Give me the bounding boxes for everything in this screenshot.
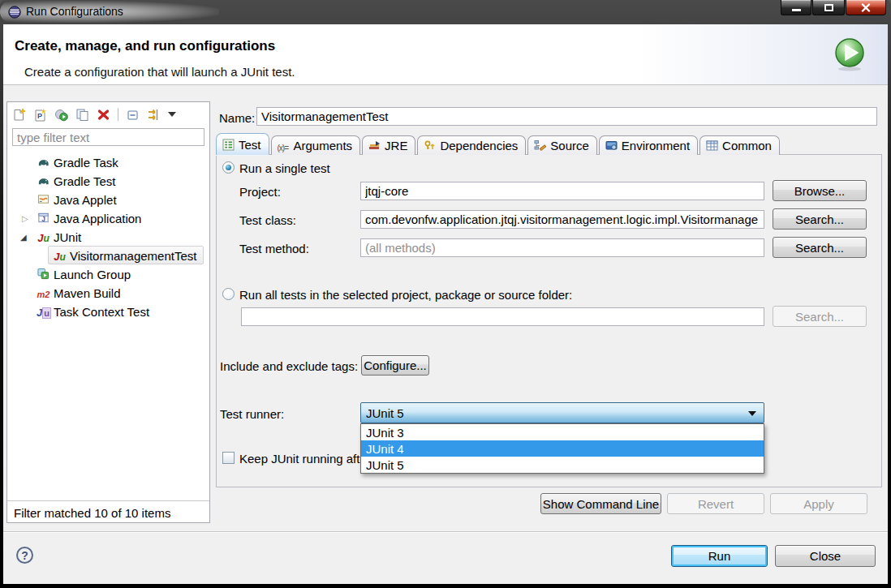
name-input[interactable] [256,107,877,126]
dropdown-option-junit3[interactable]: JUnit 3 [361,424,764,440]
combo-selected-value: JUnit 5 [361,406,404,420]
tab-dependencies[interactable]: Dependencies [417,135,526,155]
titlebar[interactable]: Run Configurations [0,0,891,24]
delete-x-icon[interactable] [97,108,110,122]
maven-icon [37,286,50,299]
collapse-arrow-icon[interactable] [20,233,30,242]
button-label: Revert [698,497,734,511]
tab-label: JRE [385,139,407,152]
help-icon[interactable]: ? [16,547,33,564]
test-class-input[interactable] [360,210,764,229]
browse-button[interactable]: Browse... [773,180,867,201]
test-runner-combo[interactable]: JUnit 5 [360,402,764,423]
tree-item-gradle-test[interactable]: Gradle Test [7,172,209,190]
run-all-input[interactable] [241,307,764,326]
keep-junit-checkbox[interactable] [222,452,235,464]
tags-label: Include and exclude tags: [220,359,358,373]
common-table-icon [706,139,718,152]
tab-test[interactable]: Test [216,133,269,155]
filter-status-text: Filter matched 10 of 10 items [14,506,170,520]
search-folder-button[interactable]: Search... [773,306,867,327]
eclipse-icon [8,6,21,19]
config-tree: Gradle Task Gradle Test Java Applet J Ja… [7,151,209,498]
name-label: Name: [219,111,255,125]
tab-common[interactable]: Common [699,135,780,155]
tab-arguments[interactable]: Arguments [271,135,361,155]
tab-label: Test [239,138,261,152]
sidebar: P [6,101,210,523]
run-single-test-radio[interactable] [222,161,235,174]
maximize-button[interactable] [812,0,845,15]
tab-source[interactable]: Source [527,135,597,155]
tab-environment[interactable]: Environment [599,135,698,155]
revert-button[interactable]: Revert [667,493,764,514]
collapse-all-icon[interactable] [126,108,140,122]
junit-icon [53,249,67,262]
launch-group-icon [37,268,50,281]
tree-item-junit[interactable]: JUnit [7,228,209,246]
tree-item-java-application[interactable]: J Java Application [7,209,209,227]
test-method-input[interactable] [360,238,764,257]
apply-button[interactable]: Apply [770,493,867,514]
minimize-button[interactable] [781,0,811,15]
search-class-button[interactable]: Search... [773,208,867,230]
tree-item-visitormanagementtest[interactable]: VisitormanagementTest [7,247,209,264]
test-runner-label: Test runner: [220,407,284,421]
tab-label: Environment [622,139,690,152]
run-all-tests-label: Run all tests in the selected project, p… [239,288,572,302]
tree-item-maven-build[interactable]: Maven Build [7,284,209,302]
window-title: Run Configurations [26,5,123,18]
source-tree-pencil-icon [534,139,546,152]
close-x-icon [861,3,871,12]
maximize-icon [824,4,833,11]
dropdown-option-junit4[interactable]: JUnit 4 [361,440,764,457]
tree-item-task-context-test[interactable]: Task Context Test [7,303,209,320]
tree-item-gradle-task[interactable]: Gradle Task [7,153,209,171]
button-label: Close [810,549,841,563]
gradle-icon [37,174,50,187]
junit-icon [37,230,50,243]
banner: Create, manage, and run configurations C… [3,24,888,85]
run-all-tests-radio[interactable] [222,288,235,300]
tab-label: Source [550,139,589,152]
banner-title: Create, manage, and run configurations [15,38,275,54]
tree-item-label: Gradle Test [54,174,115,188]
tree-item-launch-group[interactable]: Launch Group [7,265,209,283]
close-button[interactable]: Close [775,545,876,567]
project-input[interactable] [360,182,764,200]
copy-pages-icon[interactable] [75,108,89,122]
tab-label: Arguments [294,139,353,152]
svg-text:J: J [41,215,45,223]
expand-arrow-icon[interactable] [22,214,32,223]
sphere-play-icon[interactable] [54,108,68,122]
dropdown-option-junit5[interactable]: JUnit 5 [361,457,764,473]
jre-books-icon [368,139,381,152]
tree-item-label: Gradle Task [54,156,118,170]
combo-dropdown-arrow-icon [748,411,756,416]
button-label: Search... [795,241,844,255]
test-class-label: Test class: [239,213,296,227]
new-prototype-icon[interactable]: P [33,108,47,122]
configure-tags-button[interactable]: Configure... [361,355,429,376]
keep-junit-label: Keep JUnit running afte [239,452,367,466]
tree-item-label: Maven Build [54,286,121,300]
close-window-button[interactable] [846,0,886,15]
run-configurations-window: Run Configurations Create, manage, and r… [0,0,891,588]
new-config-page-plus-icon[interactable] [12,108,26,122]
tree-item-label: Task Context Test [54,305,149,319]
green-run-play-icon [833,37,867,71]
run-single-test-label: Run a single test [239,161,330,175]
toolbar-divider [118,108,118,121]
run-button[interactable]: Run [671,545,768,567]
tab-jre[interactable]: JRE [362,135,415,155]
tree-item-java-applet[interactable]: Java Applet [7,191,209,208]
search-method-button[interactable]: Search... [773,237,867,258]
tab-bar: Test Arguments JRE Dependencies Source E… [216,133,781,155]
show-command-line-button[interactable]: Show Command Line [540,493,661,514]
filter-input[interactable] [12,128,204,146]
tab-label: Common [722,139,772,152]
menu-chevron-icon[interactable] [168,112,176,117]
filter-arrows-icon[interactable] [147,108,161,122]
test-list-icon [222,139,235,151]
button-label: Show Command Line [543,497,659,511]
